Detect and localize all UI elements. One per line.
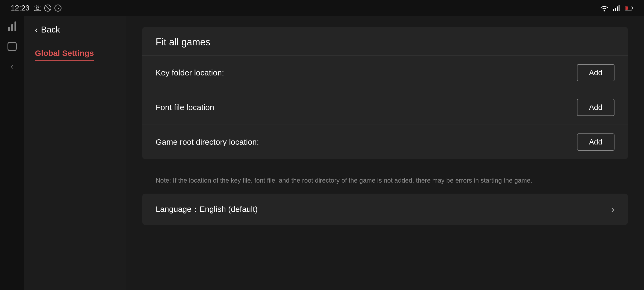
note-text: Note: If the location of the key file, f… [142,167,628,194]
key-folder-add-button[interactable]: Add [577,64,614,81]
svg-rect-11 [617,6,618,11]
font-file-row: Font file location Add [142,90,628,125]
card-header: Fit all games [142,27,628,56]
no-disturbance-icon [44,4,52,12]
bars-icon [8,21,16,31]
language-chevron-right-icon: › [611,203,614,215]
svg-rect-10 [615,8,616,11]
rail-chevron-left-icon[interactable]: ‹ [11,62,13,71]
svg-rect-15 [625,6,628,10]
wifi-icon [599,4,609,12]
photo-icon [34,4,41,12]
global-settings-nav-item[interactable]: Global Settings [35,49,94,61]
back-button[interactable]: ‹ Back [24,16,126,43]
sidebar-nav: Global Settings [24,43,126,67]
language-label: Language：English (default) [156,204,258,215]
status-icons [34,4,62,12]
back-label: Back [41,25,60,35]
svg-line-7 [58,8,59,9]
battery-icon [625,4,633,12]
clock-icon [54,4,62,12]
svg-point-8 [604,10,605,12]
left-rail: ‹ [0,16,24,290]
game-root-row: Game root directory location: Add [142,125,628,159]
language-card[interactable]: Language：English (default) › [142,194,628,225]
sidebar: ‹ Back Global Settings [24,16,126,290]
status-bar-right [599,4,633,12]
card-title: Fit all games [156,37,210,48]
font-file-label: Font file location [156,103,214,112]
key-folder-row: Key folder location: Add [142,56,628,90]
key-folder-label: Key folder location: [156,68,224,77]
svg-line-4 [45,6,50,10]
square-icon [8,42,17,51]
main-layout: ‹ ‹ Back Global Settings Fit all games K… [0,16,644,290]
status-time: 12:23 [11,4,30,12]
svg-rect-9 [613,9,614,11]
game-root-label: Game root directory location: [156,137,259,147]
content-area: Fit all games Key folder location: Add F… [126,16,644,290]
font-file-add-button[interactable]: Add [577,99,614,116]
status-bar: 12:23 [0,0,644,16]
game-root-add-button[interactable]: Add [577,133,614,151]
status-bar-left: 12:23 [11,4,62,12]
svg-rect-12 [619,5,620,11]
svg-rect-14 [632,7,633,9]
svg-rect-0 [34,6,41,11]
fit-all-games-card: Fit all games Key folder location: Add F… [142,27,628,159]
svg-point-1 [36,7,39,10]
back-chevron-icon: ‹ [35,25,38,35]
signal-icon [613,4,621,12]
